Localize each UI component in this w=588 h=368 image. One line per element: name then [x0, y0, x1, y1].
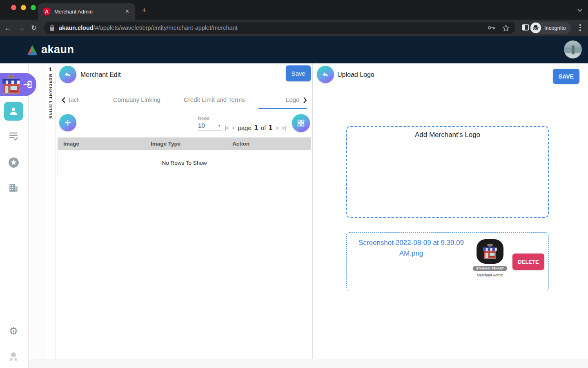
sidebar: ⚙ — [0, 63, 29, 368]
logo-dropzone[interactable]: Add Merchant's Logo — [346, 126, 549, 218]
url-host: akaun.cloud — [59, 25, 94, 31]
incognito-badge: Incognito — [530, 22, 571, 34]
storefront-icon — [0, 74, 22, 95]
storefront-icon — [482, 244, 498, 259]
window-zoom-button[interactable] — [31, 5, 36, 10]
user-avatar[interactable] — [564, 40, 582, 58]
pagination: |< < page 1 of 1 > >| — [225, 124, 286, 131]
logo-preview-image — [477, 239, 503, 264]
side-panel-icon[interactable] — [521, 23, 530, 31]
window-tab-label: MERCHANT LISTING — [49, 74, 53, 119]
window-controls[interactable] — [11, 5, 36, 10]
page-prev-button[interactable]: < — [232, 124, 235, 131]
column-header-action[interactable]: Action — [227, 138, 311, 150]
sidebar-item-merchant-profile[interactable] — [4, 102, 23, 121]
merchant-edit-panel: Merchant Edit Save tact Company Linking … — [56, 63, 313, 359]
merchant-edit-save-button[interactable]: Save — [286, 65, 311, 81]
upload-logo-title: Upload Logo — [337, 71, 374, 79]
table-empty-message: No Rows To Show — [58, 150, 311, 176]
angular-favicon-icon: A — [43, 7, 51, 16]
window-minimize-button[interactable] — [21, 5, 26, 10]
rows-select[interactable]: 10 ▼ — [198, 122, 222, 130]
browser-menu-icon[interactable] — [578, 23, 582, 32]
merchant-edit-back-button[interactable] — [59, 66, 76, 83]
url-text: akaun.cloud/#/applets/wavelet/erp/entity… — [59, 25, 481, 31]
images-table: Image Image Type Action No Rows To Show — [58, 137, 311, 176]
merchant-edit-tabbar: tact Company Linking Credit Limit and Te… — [56, 91, 313, 109]
url-path: /#/applets/wavelet/erp/entity/merchant-a… — [94, 25, 238, 31]
sidebar-item-company[interactable] — [8, 182, 19, 193]
of-word: of — [261, 124, 266, 131]
tab-contact[interactable]: tact — [69, 96, 78, 103]
dropzone-label: Add Merchant's Logo — [415, 131, 480, 139]
brand-logo[interactable]: akaun — [26, 43, 74, 56]
page-total: 1 — [269, 124, 272, 131]
tab-company-linking[interactable]: Company Linking — [113, 96, 160, 103]
password-key-icon[interactable] — [488, 25, 496, 31]
page-last-button[interactable]: >| — [281, 124, 286, 131]
tabs-scroll-right-icon[interactable] — [301, 96, 309, 105]
back-arrow-icon — [321, 71, 330, 78]
window-tab-index: 1 — [45, 66, 56, 72]
sidebar-item-listing[interactable] — [8, 130, 19, 142]
tab-close-icon[interactable]: × — [124, 7, 131, 16]
grid-view-button[interactable] — [292, 114, 310, 132]
browser-forward-button[interactable]: → — [16, 24, 26, 32]
upload-logo-back-button[interactable] — [317, 66, 334, 83]
upload-logo-panel: Upload Logo SAVE Add Merchant's Logo Scr… — [313, 63, 588, 359]
incognito-icon — [530, 22, 541, 33]
incognito-label: Incognito — [544, 25, 566, 31]
lock-icon — [49, 25, 55, 31]
tab-credit-limit-terms[interactable]: Credit Limit and Terms — [184, 96, 245, 103]
delete-file-button[interactable]: DELETE — [512, 254, 544, 270]
active-tab-indicator — [258, 108, 307, 109]
merchant-edit-title: Merchant Edit — [80, 71, 121, 79]
uploaded-file-link[interactable]: Screenshot 2022-08-09 at 9.39.09 AM.png — [350, 238, 472, 259]
rows-label: Rows — [198, 116, 223, 121]
rows-value: 10 — [198, 122, 205, 129]
upload-logo-save-button[interactable]: SAVE — [553, 69, 579, 84]
tab-title: Merchant Admin — [54, 9, 124, 15]
bookmark-star-icon[interactable] — [502, 25, 510, 31]
page-first-button[interactable]: |< — [225, 124, 229, 131]
tabs-scroll-left-icon[interactable] — [60, 96, 68, 105]
settings-gear-icon[interactable]: ⚙ — [8, 325, 19, 337]
person-icon — [8, 106, 19, 117]
rows-per-page: Rows 10 ▼ — [198, 116, 223, 130]
address-bar[interactable]: akaun.cloud/#/applets/wavelet/erp/entity… — [44, 22, 515, 34]
tenant-badge: STAGING_TENANT — [473, 266, 507, 271]
akaun-triangle-icon — [26, 44, 38, 56]
page-next-button[interactable]: > — [275, 124, 278, 131]
page-current: 1 — [254, 124, 258, 131]
logo-preview: STAGING_TENANT Merchant Admin — [471, 239, 509, 277]
caret-down-icon: ▼ — [218, 124, 221, 128]
window-close-button[interactable] — [11, 5, 16, 10]
preview-app-name: Merchant Admin — [471, 273, 509, 277]
column-header-image-type[interactable]: Image Type — [145, 138, 227, 150]
tab-logo[interactable]: Logo — [286, 96, 299, 103]
grid-icon — [296, 119, 305, 128]
list-check-icon — [8, 131, 19, 141]
browser-reload-button[interactable]: ↻ — [29, 24, 39, 32]
enter-arrow-icon — [23, 80, 33, 89]
uploaded-file-card: Screenshot 2022-08-09 at 9.39.09 AM.png … — [346, 232, 549, 291]
merchant-applet-pill[interactable] — [0, 73, 36, 96]
app-body: ⚙ 1 MERCHANT LISTING Merchant Edit Save … — [0, 63, 588, 368]
table-header-row: Image Image Type Action — [58, 138, 311, 150]
page-bottom-band — [29, 359, 588, 368]
building-icon — [8, 182, 19, 193]
account-user-icon[interactable] — [8, 350, 19, 362]
tab-search-chevron-icon[interactable] — [576, 6, 584, 14]
add-image-button[interactable]: + — [59, 114, 76, 131]
browser-tab[interactable]: A Merchant Admin × — [38, 3, 135, 20]
browser-back-button[interactable]: ← — [2, 24, 13, 32]
page-word: page — [238, 124, 251, 131]
browser-tabstrip: A Merchant Admin × + — [0, 0, 588, 20]
sidebar-item-favorites[interactable] — [8, 157, 19, 168]
browser-toolbar: ← → ↻ akaun.cloud/#/applets/wavelet/erp/… — [0, 20, 588, 36]
app-header: akaun — [0, 36, 588, 63]
new-tab-button[interactable]: + — [139, 5, 149, 15]
brand-name: akaun — [41, 43, 74, 56]
column-header-image[interactable]: Image — [58, 138, 145, 150]
vertical-window-tab[interactable]: 1 MERCHANT LISTING — [45, 63, 56, 359]
